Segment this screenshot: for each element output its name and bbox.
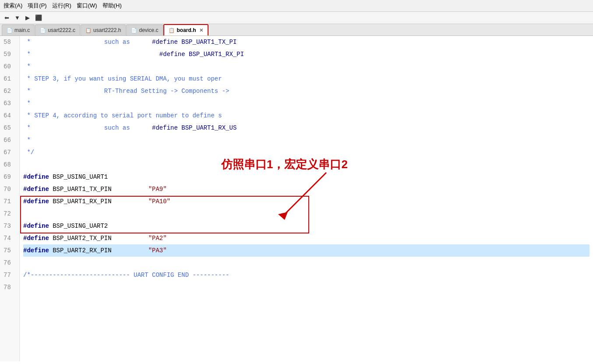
tab-label-main-c: main.c — [14, 27, 30, 33]
code-line-62: * RT-Thread Setting -> Components -> — [23, 85, 589, 97]
tab-label-device-c: device.c — [139, 27, 158, 33]
code-container: 58 59 60 61 62 63 64 65 66 67 68 69 70 7… — [0, 36, 593, 361]
line-num-59: 59 — [4, 48, 16, 60]
line-num-60: 60 — [4, 60, 16, 73]
tab-icon-usart2222-c: 📄 — [40, 28, 46, 33]
tab-label-usart2222-h: usart2222.h — [93, 27, 121, 33]
toolbar-forward[interactable]: ▶ — [24, 14, 32, 22]
code-line-74: #define BSP_UART2_TX_PIN "PA2" — [23, 232, 589, 244]
code-line-58: * such as #define BSP_UART1_TX_PI — [23, 36, 589, 48]
tab-icon-device-c: 📄 — [131, 28, 137, 33]
menu-project[interactable]: 项目(P) — [28, 2, 46, 10]
line-num-65: 65 — [4, 122, 16, 134]
tab-icon-main-c: 📄 — [7, 28, 13, 33]
tab-main-c[interactable]: 📄 main.c — [2, 25, 35, 35]
code-line-75: #define BSP_UART2_RX_PIN "PA3" — [23, 244, 589, 257]
tab-icon-board-h: 📋 — [169, 28, 175, 33]
code-content[interactable]: * such as #define BSP_UART1_TX_PI * #def… — [20, 36, 593, 361]
menu-window[interactable]: 窗口(W) — [77, 2, 97, 10]
tabs-bar: 📄 main.c 📄 usart2222.c 📋 usart2222.h 📄 d… — [0, 24, 593, 36]
line-num-77: 77 — [4, 269, 16, 281]
line-num-63: 63 — [4, 97, 16, 110]
line-num-61: 61 — [4, 73, 16, 85]
line-num-62: 62 — [4, 85, 16, 97]
line-num-66: 66 — [4, 134, 16, 146]
tab-close-board-h[interactable]: ✕ — [199, 28, 203, 33]
tab-usart2222-c[interactable]: 📄 usart2222.c — [35, 25, 80, 35]
line-num-68: 68 — [4, 159, 16, 171]
line-num-76: 76 — [4, 257, 16, 269]
tab-board-h[interactable]: 📋 board.h ✕ — [163, 24, 208, 35]
code-line-78 — [23, 281, 589, 293]
code-line-76 — [23, 257, 589, 269]
line-num-78: 78 — [4, 281, 16, 293]
code-line-71: #define BSP_UART1_RX_PIN "PA10" — [23, 195, 589, 208]
toolbar-dropdown[interactable]: ▼ — [13, 14, 22, 22]
tab-usart2222-h[interactable]: 📋 usart2222.h — [81, 25, 126, 35]
line-num-73: 73 — [4, 220, 16, 232]
line-num-72: 72 — [4, 208, 16, 220]
code-line-61: * STEP 3, if you want using SERIAL DMA, … — [23, 73, 589, 85]
code-line-73: #define BSP_USING_UART2 — [23, 220, 589, 232]
tab-label-board-h: board.h — [176, 27, 196, 33]
tab-device-c[interactable]: 📄 device.c — [126, 25, 163, 35]
code-line-63: * — [23, 97, 589, 110]
menu-help[interactable]: 帮助(H) — [102, 2, 122, 10]
tab-icon-usart2222-h: 📋 — [85, 28, 92, 33]
toolbar-back[interactable]: ⬅ — [3, 14, 11, 22]
line-num-74: 74 — [4, 232, 16, 244]
code-line-67: */ — [23, 146, 589, 159]
menu-search[interactable]: 搜索(A) — [4, 2, 22, 10]
line-num-69: 69 — [4, 171, 16, 183]
menubar: 搜索(A) 项目(P) 运行(R) 窗口(W) 帮助(H) — [0, 0, 593, 12]
line-num-70: 70 — [4, 183, 16, 195]
line-num-67: 67 — [4, 146, 16, 159]
line-num-64: 64 — [4, 110, 16, 122]
menu-run[interactable]: 运行(R) — [52, 2, 71, 10]
code-line-59: * #define BSP_UART1_RX_PI — [23, 48, 589, 60]
line-numbers: 58 59 60 61 62 63 64 65 66 67 68 69 70 7… — [0, 36, 20, 361]
code-line-66: * — [23, 134, 589, 146]
line-num-58: 58 — [4, 36, 16, 48]
line-num-75: 75 — [4, 244, 16, 257]
toolbar: ⬅ ▼ ▶ ⬛ — [0, 12, 593, 24]
code-line-69: #define BSP_USING_UART1 — [23, 171, 589, 183]
code-line-60: * — [23, 60, 589, 73]
code-line-72 — [23, 208, 589, 220]
code-line-77: /*--------------------------- UART CONFI… — [23, 269, 589, 281]
code-line-65: * such as #define BSP_UART1_RX_US — [23, 122, 589, 134]
toolbar-stop[interactable]: ⬛ — [33, 14, 44, 22]
code-line-68 — [23, 159, 589, 171]
line-num-71: 71 — [4, 195, 16, 208]
tab-label-usart2222-c: usart2222.c — [48, 27, 75, 33]
code-line-70: #define BSP_UART1_TX_PIN "PA9" — [23, 183, 589, 195]
code-line-64: * STEP 4, according to serial port numbe… — [23, 110, 589, 122]
